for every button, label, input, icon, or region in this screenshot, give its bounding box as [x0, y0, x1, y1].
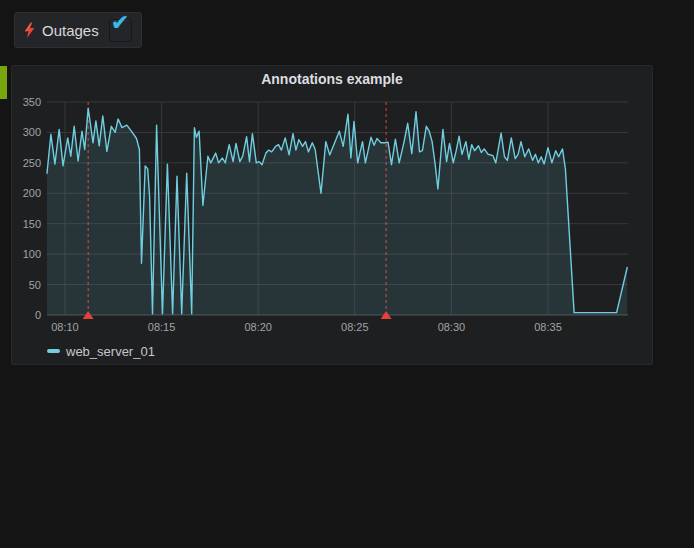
outages-toggle-label: Outages: [42, 23, 99, 38]
x-tick-label: 08:25: [341, 321, 369, 333]
y-tick-label: 350: [23, 96, 41, 108]
x-tick-label: 08:30: [438, 321, 466, 333]
legend-item[interactable]: web_server_01: [47, 342, 652, 360]
dashboard-background: { "toolbar": { "outages_control": { "ico…: [0, 0, 694, 548]
y-tick-label: 100: [23, 248, 41, 260]
y-tick-label: 300: [23, 126, 41, 138]
y-tick-label: 50: [29, 279, 41, 291]
y-tick-label: 150: [23, 218, 41, 230]
x-tick-label: 08:15: [148, 321, 176, 333]
series-color-swatch: [47, 349, 60, 353]
outages-checkbox[interactable]: ✔: [109, 19, 132, 42]
y-tick-label: 250: [23, 157, 41, 169]
legend-series-label: web_server_01: [66, 345, 155, 358]
series-area-fill: [47, 108, 627, 315]
y-tick-label: 200: [23, 187, 41, 199]
x-tick-label: 08:35: [534, 321, 562, 333]
panel-edge-indicator: [0, 66, 7, 99]
x-tick-label: 08:20: [244, 321, 272, 333]
y-tick-label: 0: [35, 309, 41, 321]
outages-annotation-toggle[interactable]: Outages ✔: [14, 12, 142, 48]
panel-title[interactable]: Annotations example: [12, 66, 652, 92]
x-tick-label: 08:10: [51, 321, 79, 333]
checkmark-icon: ✔: [111, 12, 129, 34]
lightning-icon: [24, 22, 35, 38]
chart-panel: Annotations example 05010015020025030035…: [11, 65, 653, 365]
time-series-chart[interactable]: 05010015020025030035008:1008:1508:2008:2…: [12, 92, 652, 340]
